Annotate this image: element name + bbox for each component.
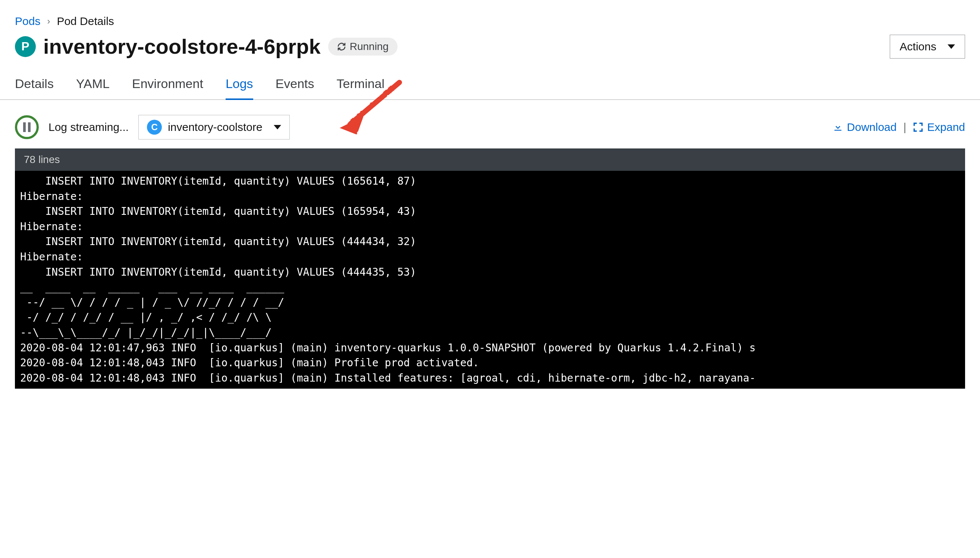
status-badge: Running (328, 38, 398, 56)
log-viewer: 78 lines INSERT INTO INVENTORY(itemId, q… (15, 148, 965, 389)
container-badge: C (147, 120, 162, 135)
caret-down-icon (274, 125, 281, 130)
pause-icon (23, 122, 31, 132)
pod-name-title: inventory-coolstore-4-6prpk (43, 34, 321, 59)
actions-label: Actions (900, 40, 936, 53)
container-name: inventory-coolstore (168, 121, 262, 133)
toolbar-divider: | (903, 121, 906, 133)
breadcrumb-current: Pod Details (57, 15, 114, 28)
pod-resource-badge: P (15, 36, 36, 57)
caret-down-icon (947, 44, 955, 49)
status-text: Running (350, 41, 388, 53)
title-group: P inventory-coolstore-4-6prpk Running (15, 34, 398, 59)
log-toolbar: Log streaming... C inventory-coolstore D… (0, 100, 980, 148)
sync-icon (337, 42, 346, 51)
chevron-right-icon: › (47, 16, 50, 26)
streaming-status-label: Log streaming... (49, 121, 129, 133)
log-content[interactable]: INSERT INTO INVENTORY(itemId, quantity) … (15, 171, 965, 389)
page-header: P inventory-coolstore-4-6prpk Running Ac… (0, 28, 980, 70)
tab-terminal[interactable]: Terminal (337, 70, 385, 100)
breadcrumb-root-link[interactable]: Pods (15, 15, 40, 28)
breadcrumb: Pods › Pod Details (0, 0, 980, 28)
container-select[interactable]: C inventory-coolstore (138, 115, 289, 140)
download-log-link[interactable]: Download (833, 121, 896, 133)
expand-icon (913, 122, 923, 133)
tab-logs[interactable]: Logs (226, 70, 253, 100)
tab-details[interactable]: Details (15, 70, 54, 100)
log-line-count: 78 lines (15, 148, 965, 171)
pause-stream-button[interactable] (15, 115, 39, 139)
tab-events[interactable]: Events (275, 70, 315, 100)
download-icon (833, 122, 843, 133)
tabs: Details YAML Environment Logs Events Ter… (0, 70, 980, 100)
actions-dropdown[interactable]: Actions (890, 35, 965, 59)
expand-log-link[interactable]: Expand (913, 121, 965, 133)
tab-yaml[interactable]: YAML (76, 70, 110, 100)
tab-environment[interactable]: Environment (132, 70, 203, 100)
